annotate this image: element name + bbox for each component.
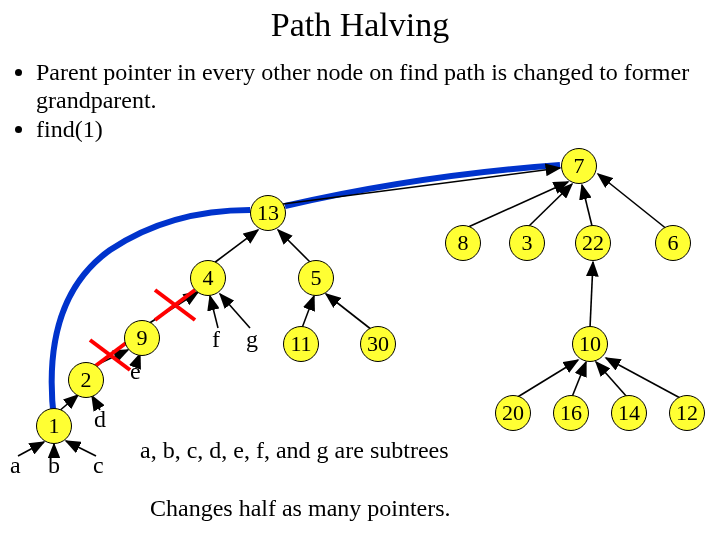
- svg-line-6: [278, 230, 310, 262]
- svg-line-17: [18, 442, 44, 456]
- svg-line-21: [572, 362, 586, 397]
- node-9: 9: [124, 320, 160, 356]
- svg-line-3: [582, 185, 592, 226]
- node-16: 16: [553, 395, 589, 431]
- node-5: 5: [298, 260, 334, 296]
- svg-line-20: [516, 360, 578, 398]
- node-11: 11: [283, 326, 319, 362]
- svg-line-12: [590, 262, 593, 328]
- svg-line-10: [302, 296, 314, 328]
- label-a: a: [10, 452, 21, 479]
- node-10: 10: [572, 326, 608, 362]
- node-14: 14: [611, 395, 647, 431]
- node-7: 7: [561, 148, 597, 184]
- node-20: 20: [495, 395, 531, 431]
- label-g: g: [246, 326, 258, 353]
- label-f: f: [212, 326, 220, 353]
- svg-line-19: [66, 441, 96, 456]
- label-e: e: [130, 358, 141, 385]
- red-cross-upper: [155, 290, 195, 320]
- label-c: c: [93, 452, 104, 479]
- node-8: 8: [445, 225, 481, 261]
- node-12: 12: [669, 395, 705, 431]
- node-6: 6: [655, 225, 691, 261]
- svg-line-0: [283, 168, 560, 204]
- node-22: 22: [575, 225, 611, 261]
- svg-line-8: [210, 296, 218, 328]
- node-13: 13: [250, 195, 286, 231]
- slide-stage: Path Halving Parent pointer in every oth…: [0, 0, 720, 540]
- node-1: 1: [36, 408, 72, 444]
- svg-line-11: [326, 294, 372, 330]
- svg-line-1: [466, 182, 568, 228]
- node-3: 3: [509, 225, 545, 261]
- node-2: 2: [68, 362, 104, 398]
- node-4: 4: [190, 260, 226, 296]
- node-30: 30: [360, 326, 396, 362]
- svg-line-4: [598, 174, 668, 230]
- label-b: b: [48, 452, 60, 479]
- svg-line-5: [214, 230, 258, 263]
- svg-line-9: [220, 294, 250, 328]
- svg-line-23: [606, 358, 682, 399]
- tree-edges: [0, 0, 720, 540]
- label-d: d: [94, 406, 106, 433]
